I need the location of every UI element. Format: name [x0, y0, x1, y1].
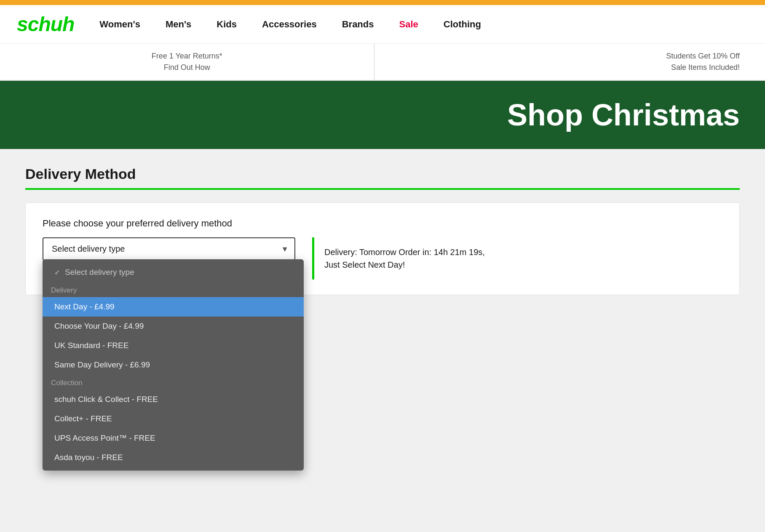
delivery-info-line1: Delivery: Tomorrow Order in: 14h 21m 19s…	[324, 247, 485, 257]
nav-kids[interactable]: Kids	[217, 19, 237, 30]
info-bar-left[interactable]: Free 1 Year Returns* Find Out How	[0, 44, 374, 80]
dropdown-group-delivery: Delivery	[43, 282, 304, 297]
info-bar: Free 1 Year Returns* Find Out How Studen…	[0, 44, 765, 81]
dropdown-item-label: Same Day Delivery - £6.99	[54, 360, 150, 370]
section-title: Delivery Method	[25, 166, 740, 190]
dropdown-item-sameday[interactable]: Same Day Delivery - £6.99	[43, 355, 304, 375]
returns-line2: Find Out How	[8, 62, 366, 73]
dropdown-item-chooseyourday[interactable]: Choose Your Day - £4.99	[43, 317, 304, 336]
banner-title: Shop Christmas	[25, 98, 740, 132]
nav-mens[interactable]: Men's	[166, 19, 191, 30]
dropdown-item-label: Asda toyou - FREE	[54, 453, 123, 462]
dropdown-item-label: UPS Access Point™ - FREE	[54, 434, 155, 443]
delivery-type-select[interactable]: Select delivery type	[43, 237, 295, 261]
dropdown-item-clickcollect[interactable]: schuh Click & Collect - FREE	[43, 390, 304, 409]
dropdown-item-label: Collect+ - FREE	[54, 414, 112, 423]
dropdown-group-collection: Collection	[43, 375, 304, 390]
dropdown-item-nextday[interactable]: Next Day - £4.99	[43, 297, 304, 317]
logo[interactable]: schuh	[17, 13, 74, 36]
main-content: Delivery Method Please choose your prefe…	[0, 149, 765, 486]
delivery-method-section: Delivery Method Please choose your prefe…	[25, 166, 740, 295]
students-line2: Sale Items Included!	[383, 62, 740, 73]
delivery-info-box: Delivery: Tomorrow Order in: 14h 21m 19s…	[312, 237, 495, 279]
nav-accessories[interactable]: Accessories	[262, 19, 317, 30]
dropdown-item-label: schuh Click & Collect - FREE	[54, 395, 158, 404]
dropdown-item-asda[interactable]: Asda toyou - FREE	[43, 448, 304, 467]
top-border	[0, 0, 765, 5]
dropdown-item-label: Next Day - £4.99	[54, 302, 115, 311]
section-title-underline	[25, 188, 740, 190]
green-banner: Shop Christmas	[0, 81, 765, 149]
main-nav: Women's Men's Kids Accessories Brands Sa…	[99, 19, 748, 30]
dropdown-item-header[interactable]: ✓ Select delivery type	[43, 263, 304, 282]
please-choose-text: Please choose your preferred delivery me…	[43, 218, 722, 229]
info-bar-right[interactable]: Students Get 10% Off Sale Items Included…	[374, 44, 765, 80]
select-wrapper: Select delivery type ▼ ✓ Select delivery…	[43, 237, 295, 261]
dropdown-item-label: UK Standard - FREE	[54, 341, 128, 350]
nav-clothing[interactable]: Clothing	[444, 19, 481, 30]
dropdown-item-label: Select delivery type	[65, 268, 134, 277]
dropdown-item-ups[interactable]: UPS Access Point™ - FREE	[43, 428, 304, 448]
nav-sale[interactable]: Sale	[399, 19, 418, 30]
select-value: Select delivery type	[52, 244, 125, 253]
dropdown-item-label: Choose Your Day - £4.99	[54, 322, 144, 331]
delivery-info-line2: Just Select Next Day!	[324, 260, 405, 269]
header: schuh Women's Men's Kids Accessories Bra…	[0, 5, 765, 44]
nav-womens[interactable]: Women's	[99, 19, 140, 30]
dropdown-item-ukstandard[interactable]: UK Standard - FREE	[43, 336, 304, 355]
select-row: Select delivery type ▼ ✓ Select delivery…	[43, 237, 722, 279]
delivery-dropdown: ✓ Select delivery type Delivery Next Day…	[43, 259, 304, 471]
students-line1: Students Get 10% Off	[383, 51, 740, 62]
nav-brands[interactable]: Brands	[342, 19, 374, 30]
returns-line1: Free 1 Year Returns*	[8, 51, 366, 62]
delivery-card: Please choose your preferred delivery me…	[25, 202, 740, 295]
dropdown-item-collectplus[interactable]: Collect+ - FREE	[43, 409, 304, 428]
checkmark-icon: ✓	[54, 269, 60, 277]
